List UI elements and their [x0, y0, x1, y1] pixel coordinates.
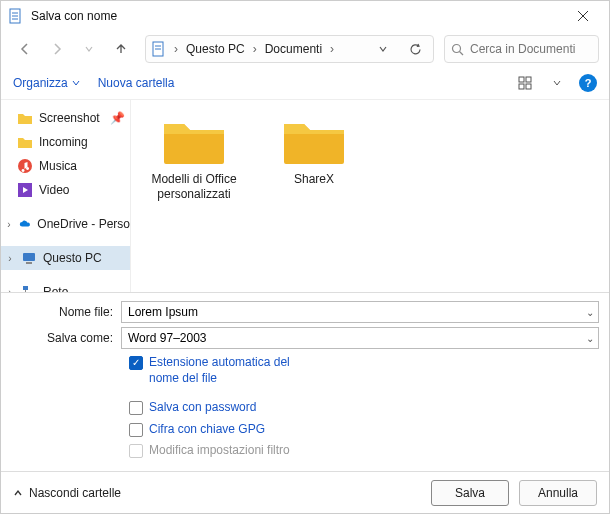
music-icon — [17, 158, 33, 174]
sidebar-item-onedrive[interactable]: › OneDrive - Perso — [1, 212, 130, 236]
save-options: Estensione automatica del nome del file … — [11, 355, 599, 459]
titlebar: Salva con nome — [1, 1, 609, 31]
sidebar-item-label: Questo PC — [43, 251, 102, 265]
option-label: Modifica impostazioni filtro — [149, 443, 290, 459]
breadcrumb-segment[interactable]: Questo PC — [186, 42, 245, 56]
option-label: Salva con password — [149, 400, 256, 416]
toolbar: Organizza Nuova cartella ? — [1, 67, 609, 99]
save-button[interactable]: Salva — [431, 480, 509, 506]
folder-icon — [162, 114, 226, 166]
saveas-value: Word 97–2003 — [128, 331, 207, 345]
filename-value: Lorem Ipsum — [128, 305, 198, 319]
close-button[interactable] — [563, 1, 603, 31]
location-icon — [150, 41, 166, 57]
breadcrumb-segment[interactable]: Documenti — [265, 42, 322, 56]
saveas-label: Salva come: — [11, 331, 121, 345]
footer: Nascondi cartelle Salva Annulla — [1, 471, 609, 513]
sidebar-item-label: OneDrive - Perso — [37, 217, 130, 231]
pc-icon — [21, 250, 37, 266]
folder-item[interactable]: Modelli di Office personalizzati — [139, 114, 249, 202]
checkbox-icon — [129, 444, 143, 458]
help-button[interactable]: ? — [579, 74, 597, 92]
option-label: Estensione automatica del nome del file — [149, 355, 299, 386]
saveas-select[interactable]: Word 97–2003 ⌄ — [121, 327, 599, 349]
chevron-up-icon — [13, 488, 23, 498]
folder-icon — [17, 110, 33, 126]
organize-label: Organizza — [13, 76, 68, 90]
svg-rect-19 — [23, 286, 28, 290]
sidebar-item-label: Musica — [39, 159, 77, 173]
folder-icon — [282, 114, 346, 166]
svg-rect-18 — [26, 262, 32, 264]
folder-item[interactable]: ShareX — [259, 114, 369, 187]
address-bar[interactable]: › Questo PC › Documenti › — [145, 35, 434, 63]
forward-button[interactable] — [43, 35, 71, 63]
sidebar-item-video[interactable]: Video — [1, 178, 130, 202]
organize-menu[interactable]: Organizza — [13, 76, 80, 90]
svg-rect-13 — [519, 84, 524, 89]
filename-input[interactable]: Lorem Ipsum ⌄ — [121, 301, 599, 323]
cancel-button[interactable]: Annulla — [519, 480, 597, 506]
chevron-right-icon[interactable]: › — [249, 42, 261, 56]
recent-dropdown-icon[interactable] — [75, 35, 103, 63]
address-dropdown-icon[interactable] — [369, 35, 397, 63]
option-password[interactable]: Salva con password — [129, 400, 599, 416]
sidebar-item-network[interactable]: › Rete — [1, 280, 130, 292]
folder-icon — [17, 134, 33, 150]
search-icon — [451, 43, 464, 56]
option-auto-extension[interactable]: Estensione automatica del nome del file — [129, 355, 599, 386]
folder-label: ShareX — [294, 172, 334, 187]
svg-rect-11 — [519, 77, 524, 82]
new-folder-button[interactable]: Nuova cartella — [98, 76, 175, 90]
sidebar: Screenshot 📌 Incoming Musica Video › One… — [1, 100, 131, 292]
chevron-down-icon[interactable]: ⌄ — [586, 307, 594, 318]
chevron-down-icon[interactable]: ⌄ — [586, 333, 594, 344]
svg-rect-12 — [526, 77, 531, 82]
network-icon — [21, 284, 37, 292]
option-gpg[interactable]: Cifra con chiave GPG — [129, 422, 599, 438]
sidebar-item-label: Incoming — [39, 135, 88, 149]
hide-folders-button[interactable]: Nascondi cartelle — [13, 486, 121, 500]
sidebar-item-music[interactable]: Musica — [1, 154, 130, 178]
hide-folders-label: Nascondi cartelle — [29, 486, 121, 500]
checkbox-icon[interactable] — [129, 423, 143, 437]
back-button[interactable] — [11, 35, 39, 63]
chevron-down-icon[interactable] — [553, 79, 561, 87]
sidebar-item-screenshot[interactable]: Screenshot 📌 — [1, 106, 130, 130]
search-input[interactable] — [470, 42, 610, 56]
option-label: Cifra con chiave GPG — [149, 422, 265, 438]
chevron-down-icon — [72, 79, 80, 87]
option-filter: Modifica impostazioni filtro — [129, 443, 599, 459]
sidebar-item-label: Rete — [43, 285, 68, 292]
checkbox-icon[interactable] — [129, 401, 143, 415]
search-box[interactable] — [444, 35, 599, 63]
expand-icon[interactable]: › — [5, 253, 15, 264]
nav-row: › Questo PC › Documenti › — [1, 31, 609, 67]
svg-line-10 — [460, 51, 464, 55]
checkbox-icon[interactable] — [129, 356, 143, 370]
svg-point-9 — [453, 44, 461, 52]
svg-rect-14 — [526, 84, 531, 89]
sidebar-item-thispc[interactable]: › Questo PC — [1, 246, 130, 270]
filename-label: Nome file: — [11, 305, 121, 319]
folder-label: Modelli di Office personalizzati — [139, 172, 249, 202]
chevron-right-icon[interactable]: › — [170, 42, 182, 56]
sidebar-item-label: Screenshot — [39, 111, 100, 125]
chevron-right-icon[interactable]: › — [326, 42, 338, 56]
view-options-button[interactable] — [515, 73, 535, 93]
document-icon — [7, 8, 23, 24]
onedrive-icon — [19, 216, 31, 232]
dialog-body: Screenshot 📌 Incoming Musica Video › One… — [1, 99, 609, 292]
save-dialog: Salva con nome › Questo PC › Documenti › — [0, 0, 610, 514]
sidebar-item-label: Video — [39, 183, 69, 197]
form-area: Nome file: Lorem Ipsum ⌄ Salva come: Wor… — [1, 292, 609, 471]
refresh-button[interactable] — [401, 35, 429, 63]
sidebar-item-incoming[interactable]: Incoming — [1, 130, 130, 154]
expand-icon[interactable]: › — [5, 219, 13, 230]
video-icon — [17, 182, 33, 198]
folder-content[interactable]: Modelli di Office personalizzati ShareX — [131, 100, 609, 292]
window-title: Salva con nome — [31, 9, 563, 23]
svg-rect-17 — [23, 253, 35, 261]
up-button[interactable] — [107, 35, 135, 63]
pin-icon: 📌 — [110, 111, 125, 125]
